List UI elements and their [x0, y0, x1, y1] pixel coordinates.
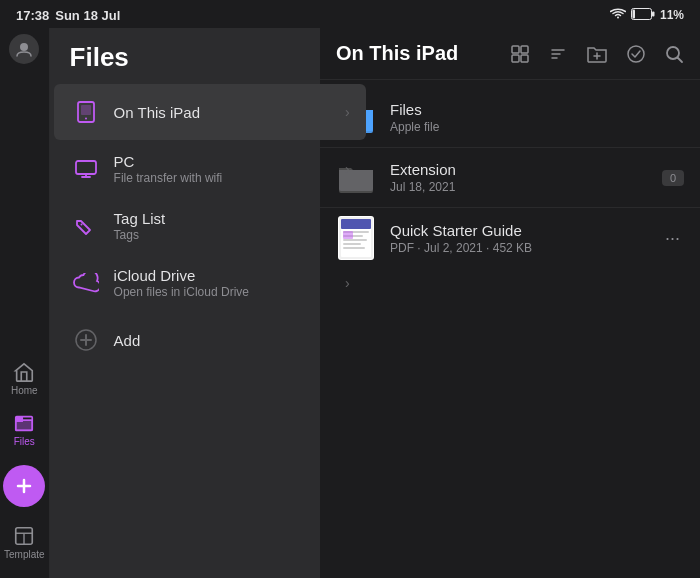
files-folder-name: Files [390, 101, 684, 118]
svg-rect-26 [521, 55, 528, 62]
pc-item-text: PC File transfer with wifi [114, 153, 345, 185]
svg-rect-25 [512, 55, 519, 62]
icloud-item-title: iCloud Drive [114, 267, 345, 284]
svg-rect-40 [343, 239, 367, 241]
taglist-icon [70, 210, 102, 242]
svg-rect-24 [521, 46, 528, 53]
ipad-chevron: › [345, 104, 350, 120]
pdf-file-name: Quick Starter Guide [390, 222, 661, 239]
sidebar-item-icloud[interactable]: iCloud Drive Open files in iCloud Drive … [54, 255, 366, 311]
new-folder-icon[interactable] [586, 44, 608, 64]
sidebar-item-home[interactable]: Home [0, 353, 49, 404]
status-left: 17:38 Sun 18 Jul [16, 8, 120, 23]
panel-title: On This iPad [336, 42, 510, 65]
file-item-extension[interactable]: Extension Jul 18, 2021 0 [320, 148, 700, 208]
sort-icon[interactable] [548, 44, 568, 64]
left-bottom-nav: Home Files [0, 28, 50, 578]
pc-chevron: › [345, 161, 350, 177]
pc-icon [70, 153, 102, 185]
sidebar-item-ipad[interactable]: On This iPad › [54, 84, 366, 140]
files-folder-info: Files Apple file [390, 101, 684, 134]
sidebar-item-taglist[interactable]: Tag List Tags › [54, 198, 366, 254]
icloud-icon [70, 267, 102, 299]
svg-point-32 [628, 46, 644, 62]
svg-rect-6 [16, 420, 33, 430]
files-nav-label: Files [14, 436, 35, 447]
wifi-icon [610, 8, 626, 23]
sidebar-item-files[interactable]: Files [0, 404, 49, 455]
pdf-file-info: Quick Starter Guide PDF · Jul 2, 2021 · … [390, 222, 661, 255]
extension-folder-info: Extension Jul 18, 2021 [390, 161, 654, 194]
avatar[interactable] [9, 34, 39, 64]
battery-percent: 11% [660, 8, 684, 22]
select-icon[interactable] [626, 44, 646, 64]
add-label: Add [114, 332, 141, 349]
svg-rect-2 [632, 9, 635, 18]
sidebar-item-add[interactable]: Add [54, 312, 366, 368]
svg-rect-37 [341, 219, 371, 229]
status-bar: 17:38 Sun 18 Jul 11% [0, 0, 700, 28]
fab-button[interactable] [3, 465, 45, 507]
pdf-file-meta: PDF · Jul 2, 2021 · 452 KB [390, 241, 661, 255]
svg-rect-15 [81, 105, 91, 115]
icloud-item-text: iCloud Drive Open files in iCloud Drive [114, 267, 345, 299]
taglist-item-subtitle: Tags [114, 228, 345, 242]
sidebar-item-pc[interactable]: PC File transfer with wifi › [54, 141, 366, 197]
header-actions [510, 44, 684, 64]
svg-rect-1 [652, 11, 655, 16]
file-item-files[interactable]: Files Apple file [320, 88, 700, 148]
extension-badge: 0 [662, 170, 684, 186]
right-panel-header: On This iPad [320, 28, 700, 80]
ipad-icon [70, 96, 102, 128]
file-item-pdf[interactable]: Quick Starter Guide PDF · Jul 2, 2021 · … [320, 208, 700, 268]
svg-point-14 [85, 118, 87, 120]
battery-icon [631, 8, 655, 23]
svg-rect-16 [76, 161, 96, 174]
status-right: 11% [610, 8, 684, 23]
pdf-more-button[interactable]: ··· [661, 224, 684, 253]
pc-item-title: PC [114, 153, 345, 170]
taglist-item-title: Tag List [114, 210, 345, 227]
svg-rect-23 [512, 46, 519, 53]
ipad-item-title: On This iPad [114, 104, 345, 121]
icloud-chevron: › [345, 275, 350, 291]
extension-folder-name: Extension [390, 161, 654, 178]
template-nav-label: Template [4, 549, 45, 560]
right-panel: On This iPad [320, 28, 700, 578]
svg-rect-41 [343, 243, 361, 245]
taglist-item-text: Tag List Tags [114, 210, 345, 242]
pc-item-subtitle: File transfer with wifi [114, 171, 345, 185]
file-list: Files Apple file Extension Jul 18, 2021 … [320, 80, 700, 578]
svg-point-19 [80, 224, 82, 226]
add-icon [70, 324, 102, 356]
left-panel: Home Files [0, 28, 320, 578]
svg-rect-42 [343, 247, 365, 249]
time: 17:38 [16, 8, 49, 23]
search-icon[interactable] [664, 44, 684, 64]
svg-point-3 [20, 43, 28, 51]
svg-rect-43 [343, 231, 353, 239]
svg-line-34 [678, 57, 683, 62]
sidebar-item-template[interactable]: Template [0, 517, 49, 568]
home-nav-label: Home [11, 385, 38, 396]
icloud-item-subtitle: Open files in iCloud Drive [114, 285, 345, 299]
ipad-item-text: On This iPad [114, 104, 345, 121]
grid-view-icon[interactable] [510, 44, 530, 64]
date: Sun 18 Jul [55, 8, 120, 23]
files-folder-meta: Apple file [390, 120, 684, 134]
app-container: Home Files [0, 28, 700, 578]
pdf-icon [336, 220, 376, 256]
extension-folder-meta: Jul 18, 2021 [390, 180, 654, 194]
